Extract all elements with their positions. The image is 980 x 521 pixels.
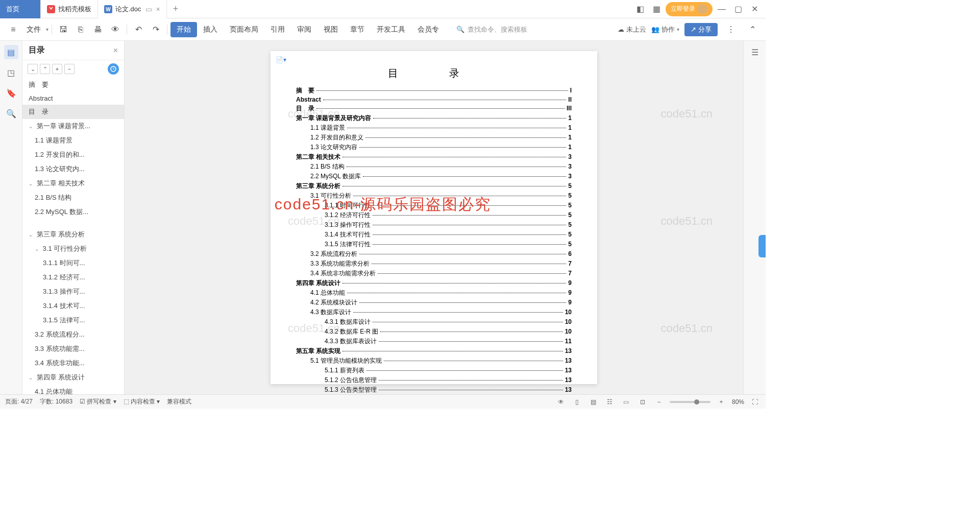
spellcheck-button[interactable]: ☑ 拼写检查 ▾ — [80, 397, 116, 406]
outline-item[interactable]: ⌄ 第三章 系统分析 — [22, 227, 124, 242]
nav-icon[interactable]: ◳ — [4, 65, 18, 80]
menu-开始[interactable]: 开始 — [170, 22, 197, 37]
save-icon[interactable]: 🖫 — [55, 21, 71, 38]
tab-template[interactable]: 找稻壳模板 — [41, 0, 98, 18]
menu-开发工具[interactable]: 开发工具 — [371, 22, 411, 37]
add-level-icon[interactable]: + — [52, 64, 62, 74]
apps-icon[interactable]: ▦ — [649, 2, 664, 16]
outline-item[interactable]: 目 录 — [22, 105, 124, 119]
sync-icon[interactable] — [108, 63, 119, 75]
zoom-out-icon[interactable]: − — [653, 396, 665, 408]
redo-icon[interactable]: ↷ — [148, 21, 164, 38]
menu-插入[interactable]: 插入 — [197, 22, 224, 37]
zoom-fit-icon[interactable]: ⊡ — [637, 396, 648, 408]
menu-icon[interactable]: ≡ — [5, 21, 21, 38]
outline-item[interactable]: 1.2 开发目的和... — [22, 148, 124, 162]
outline-item[interactable]: 摘 要 — [22, 78, 124, 92]
view-outline-icon[interactable]: ▤ — [588, 396, 599, 408]
cloud-button[interactable]: ☁未上云 — [618, 25, 646, 34]
outline-item[interactable]: 1.3 论文研究内... — [22, 162, 124, 176]
compat-mode[interactable]: 兼容模式 — [167, 397, 191, 406]
cloud-icon: ☁ — [618, 26, 624, 33]
share-label: 分享 — [698, 25, 712, 34]
watermark: code51.cn — [660, 215, 713, 228]
settings-icon[interactable]: ☰ — [748, 45, 762, 59]
toc-row: 4.2 系统模块设计9 — [296, 298, 572, 307]
eye-icon[interactable]: 👁 — [555, 396, 567, 408]
outline-item[interactable]: ⌄ 第二章 相关技术 — [22, 176, 124, 191]
outline-item[interactable]: 3.1.1 时间可... — [22, 256, 124, 270]
outline-toggle-icon[interactable]: ▤ — [4, 45, 18, 59]
view-page-icon[interactable]: ▯ — [572, 396, 583, 408]
menu-视图[interactable]: 视图 — [317, 22, 344, 37]
outline-item[interactable]: 3.4 系统非功能... — [22, 356, 124, 370]
left-sidebar: ▤ ◳ 🔖 🔍 — [0, 41, 22, 394]
tab-add-button[interactable]: + — [167, 4, 185, 14]
toc-row: 第二章 相关技术3 — [296, 153, 572, 161]
zoom-slider[interactable] — [670, 401, 710, 403]
collapse-all-icon[interactable]: ⌄ — [28, 64, 38, 74]
page-indicator[interactable]: 页面: 4/27 — [5, 397, 33, 406]
menu-页面布局[interactable]: 页面布局 — [224, 22, 264, 37]
find-icon[interactable]: 🔍 — [4, 106, 18, 121]
outline-item[interactable]: ⌄ 3.1 可行性分析 — [22, 242, 124, 256]
login-button[interactable]: 立即登录 — [666, 2, 713, 16]
toolbar: ≡ 文件 ▾ 🖫 ⎘ 🖶 👁 ↶ ↷ 开始插入页面布局引用审阅视图章节开发工具会… — [0, 18, 766, 41]
export-icon[interactable]: ⎘ — [72, 21, 89, 38]
outline-item[interactable]: 3.1.3 操作可... — [22, 285, 124, 299]
side-tab[interactable] — [758, 235, 766, 257]
main-area: ▤ ◳ 🔖 🔍 目录 × ⌄ ⌃ + − 摘 要Abstract目 录⌄ 第一章… — [0, 41, 766, 394]
remove-level-icon[interactable]: − — [64, 64, 75, 74]
zoom-level[interactable]: 80% — [732, 398, 744, 406]
more-icon[interactable]: ⋮ — [723, 21, 739, 38]
close-icon[interactable]: × — [156, 5, 160, 13]
file-menu[interactable]: 文件 — [22, 25, 45, 34]
outline-item[interactable]: 3.1.2 经济可... — [22, 270, 124, 285]
share-button[interactable]: ↗分享 — [684, 23, 718, 36]
view-web-icon[interactable]: ☷ — [604, 396, 616, 408]
outline-item[interactable]: 4.1 总体功能 — [22, 385, 124, 394]
outline-item[interactable]: Abstract — [22, 92, 124, 105]
preview-icon[interactable]: 👁 — [107, 21, 124, 38]
tab-home[interactable]: 首页 — [0, 0, 41, 18]
bookmark-icon[interactable]: 🔖 — [4, 86, 18, 100]
collab-button[interactable]: 👥协作▾ — [651, 25, 679, 34]
menu-章节[interactable]: 章节 — [344, 22, 371, 37]
collab-label: 协作 — [662, 25, 675, 34]
tab-template-label: 找稻壳模板 — [58, 5, 91, 14]
right-sidebar: ☰ — [743, 41, 766, 394]
outline-item[interactable]: 3.1.4 技术可... — [22, 299, 124, 313]
fullscreen-icon[interactable]: ⛶ — [749, 396, 761, 408]
document-area[interactable]: 📄▾ 目 录 摘 要IAbstractII目 录III第一章 课题背景及研究内容… — [125, 41, 743, 394]
outline-item[interactable]: 2.2 MySQL 数据... — [22, 205, 124, 219]
outline-item[interactable]: 1.1 课题背景 — [22, 133, 124, 148]
menu-引用[interactable]: 引用 — [264, 22, 291, 37]
outline-item[interactable]: 3.1.5 法律可... — [22, 313, 124, 327]
panel-icon[interactable]: ◧ — [633, 2, 647, 16]
outline-close-icon[interactable]: × — [113, 46, 118, 55]
close-button[interactable]: ✕ — [747, 2, 762, 16]
outline-item[interactable]: ⌄ 第四章 系统设计 — [22, 370, 124, 385]
doc-title: 目 录 — [296, 66, 572, 80]
search-box[interactable]: 🔍 查找命令、搜索模板 — [456, 25, 527, 34]
view-read-icon[interactable]: ▭ — [621, 396, 632, 408]
toc-row: 第三章 系统分析5 — [296, 182, 572, 191]
menu-审阅[interactable]: 审阅 — [291, 22, 317, 37]
outline-item[interactable]: 3.2 系统流程分... — [22, 327, 124, 342]
undo-icon[interactable]: ↶ — [130, 21, 146, 38]
outline-item[interactable]: 2.1 B/S 结构 — [22, 191, 124, 205]
minimize-button[interactable]: — — [715, 2, 729, 16]
tab-document[interactable]: W 论文.doc ▭ × — [98, 0, 167, 18]
word-count[interactable]: 字数: 10683 — [40, 397, 72, 406]
collapse-icon[interactable]: ⌃ — [744, 21, 761, 38]
toc-row: 5.1.2 公告信息管理13 — [296, 376, 572, 385]
outline-item[interactable]: ⌄ 第一章 课题背景... — [22, 119, 124, 133]
outline-item[interactable]: 3.3 系统功能需... — [22, 342, 124, 356]
maximize-button[interactable]: ▢ — [731, 2, 745, 16]
content-check-button[interactable]: ⬚ 内容检查 ▾ — [124, 397, 160, 406]
menu-会员专[interactable]: 会员专 — [411, 22, 445, 37]
zoom-in-icon[interactable]: + — [716, 396, 727, 408]
tab-split-icon[interactable]: ▭ — [145, 5, 152, 13]
expand-all-icon[interactable]: ⌃ — [40, 64, 50, 74]
print-icon[interactable]: 🖶 — [90, 21, 106, 38]
